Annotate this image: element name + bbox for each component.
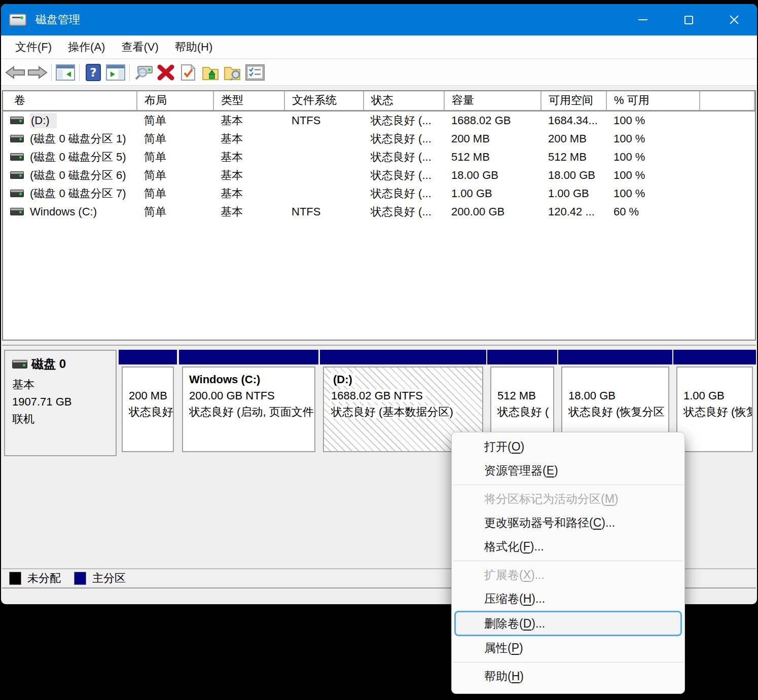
- menu-view[interactable]: 查看(V): [114, 35, 165, 58]
- partition-size: 18.00 GB: [568, 388, 668, 404]
- folder-search-button[interactable]: [222, 61, 244, 84]
- help-icon: ?: [86, 64, 101, 81]
- col-header-volume[interactable]: 卷: [3, 91, 137, 110]
- col-header-free[interactable]: 可用空间: [541, 91, 606, 110]
- show-action-pane-button[interactable]: [104, 61, 127, 84]
- cell-capacity: 1688.02 GB: [444, 110, 541, 130]
- minimize-icon: [638, 19, 647, 20]
- cell-type: 基本: [213, 166, 284, 185]
- cell-free: 1.00 GB: [541, 185, 606, 203]
- back-button[interactable]: [4, 61, 26, 84]
- close-button[interactable]: [711, 4, 757, 35]
- table-row-partition-7[interactable]: (磁盘 0 磁盘分区 7) 简单 基本 状态良好 (... 1.00 GB 1.…: [3, 185, 754, 203]
- console-tree-icon: [56, 64, 75, 81]
- col-header-type[interactable]: 类型: [213, 91, 284, 110]
- menu-bar: 文件(F) 操作(A) 查看(V) 帮助(H): [1, 35, 757, 59]
- menu-help[interactable]: 帮助(H): [168, 35, 220, 58]
- menu-item-properties[interactable]: 属性(P): [452, 636, 684, 660]
- partition-size: 200.00 GB NTFS: [189, 388, 314, 404]
- maximize-button[interactable]: [666, 4, 711, 35]
- cell-pct: 60 %: [606, 203, 700, 221]
- menu-item-open[interactable]: 打开(O): [452, 435, 684, 459]
- volume-icon: [10, 135, 24, 142]
- disk-name: 磁盘 0: [31, 356, 66, 372]
- cell-capacity: 18.00 GB: [444, 166, 541, 185]
- rescan-disks-icon: [133, 64, 154, 81]
- disk-management-app-icon: [9, 14, 26, 26]
- cell-pct: 100 %: [606, 148, 700, 166]
- folder-up-button[interactable]: [199, 61, 222, 84]
- disk-status: 联机: [12, 411, 116, 428]
- menu-item-shrink-volume[interactable]: 压缩卷(H)...: [452, 587, 684, 611]
- close-icon: [729, 15, 739, 25]
- partition-size: 1688.02 GB NTFS: [330, 388, 482, 404]
- minimize-button[interactable]: [620, 4, 666, 35]
- partition-status: 状态良好 (启动, 页面文件: [189, 404, 314, 420]
- cell-type: 基本: [213, 130, 284, 148]
- cell-layout: 简单: [137, 185, 213, 203]
- col-header-status[interactable]: 状态: [364, 91, 444, 110]
- partition-windows-c[interactable]: Windows (C:) 200.00 GB NTFS 状态良好 (启动, 页面…: [179, 350, 318, 454]
- col-header-layout[interactable]: 布局: [137, 91, 213, 110]
- cell-free: 120.42 ...: [541, 203, 606, 221]
- menu-item-format[interactable]: 格式化(F)...: [452, 535, 684, 559]
- disk-0-label-box[interactable]: 磁盘 0 基本 1907.71 GB 联机: [4, 350, 117, 456]
- partition-size: 1.00 GB: [683, 388, 752, 404]
- disk-size: 1907.71 GB: [12, 393, 116, 411]
- cell-status: 状态良好 (...: [364, 166, 444, 185]
- disk-icon: [12, 360, 27, 369]
- col-header-pct-free[interactable]: % 可用: [606, 91, 700, 110]
- properties-list-button[interactable]: [244, 61, 266, 84]
- rescan-disks-button[interactable]: [132, 61, 155, 84]
- partition-body: 1.00 GB 状态良好 (恢复分区: [676, 366, 753, 452]
- col-header-filesystem[interactable]: 文件系统: [284, 91, 364, 110]
- partition-status: 状态良好 (: [129, 404, 173, 420]
- cell-fs: NTFS: [284, 110, 364, 130]
- col-header-capacity[interactable]: 容量: [444, 91, 541, 110]
- legend-unallocated-label: 未分配: [27, 571, 61, 586]
- partition-200mb[interactable]: 200 MB 状态良好 (: [119, 350, 177, 454]
- volume-name: (磁盘 0 磁盘分区 6): [30, 168, 126, 183]
- volume-name: (磁盘 0 磁盘分区 5): [30, 150, 126, 165]
- table-row-volume-d[interactable]: (D:) 简单 基本 NTFS 状态良好 (... 1688.02 GB 168…: [3, 110, 754, 130]
- menu-file[interactable]: 文件(F): [8, 35, 59, 58]
- maximize-icon: [684, 16, 693, 24]
- menu-item-explorer[interactable]: 资源管理器(E): [452, 459, 684, 483]
- volumes-pane: 卷 布局 类型 文件系统 状态 容量 可用空间 % 可用 (D:) 简单 基本 …: [2, 90, 756, 341]
- menu-action[interactable]: 操作(A): [61, 35, 112, 58]
- menu-item-help[interactable]: 帮助(H): [452, 665, 684, 688]
- table-row-partition-5[interactable]: (磁盘 0 磁盘分区 5) 简单 基本 状态良好 (... 512 MB 512…: [3, 148, 754, 166]
- table-row-partition-1[interactable]: (磁盘 0 磁盘分区 1) 简单 基本 状态良好 (... 200 MB 200…: [3, 130, 754, 148]
- partition-1gb[interactable]: 1.00 GB 状态良好 (恢复分区: [673, 350, 756, 454]
- menu-separator: [453, 485, 683, 485]
- partition-body: Windows (C:) 200.00 GB NTFS 状态良好 (启动, 页面…: [182, 366, 315, 452]
- forward-arrow-icon: [27, 65, 48, 80]
- console-tree-button[interactable]: [54, 61, 77, 84]
- partition-status: 状态良好 (基本数据分区): [330, 404, 482, 420]
- forward-button[interactable]: [26, 61, 49, 84]
- cell-free: 18.00 GB: [541, 166, 606, 185]
- show-action-pane-icon: [106, 64, 125, 81]
- cell-pct: 100 %: [606, 185, 700, 203]
- check-document-icon: [181, 64, 196, 81]
- cell-status: 状态良好 (...: [364, 110, 444, 130]
- screen: 磁盘管理 文件(F) 操作(A) 查看(V) 帮助(H): [0, 0, 758, 700]
- cell-pct: 100 %: [606, 110, 700, 130]
- delete-volume-button[interactable]: [155, 61, 177, 84]
- cell-fs: [284, 166, 364, 185]
- cell-free: 512 MB: [541, 148, 606, 166]
- check-document-button[interactable]: [177, 61, 199, 84]
- table-row-windows-c[interactable]: Windows (C:) 简单 基本 NTFS 状态良好 (... 200.00…: [3, 203, 754, 221]
- menu-item-change-drive-letter[interactable]: 更改驱动器号和路径(C)...: [452, 511, 684, 535]
- volume-icon: [10, 171, 24, 179]
- menu-item-delete-volume[interactable]: 删除卷(D)...: [454, 611, 682, 636]
- help-button[interactable]: ?: [82, 61, 104, 84]
- cell-fs: NTFS: [284, 203, 364, 221]
- volume-name: (D:): [30, 113, 57, 128]
- partition-status: 状态良好 (恢复分区: [683, 404, 752, 420]
- table-row-partition-6[interactable]: (磁盘 0 磁盘分区 6) 简单 基本 状态良好 (... 18.00 GB 1…: [3, 166, 754, 185]
- toolbar-separator: [129, 64, 130, 81]
- cell-type: 基本: [213, 148, 284, 166]
- cell-layout: 简单: [137, 130, 213, 148]
- legend-unallocated-swatch: [9, 572, 21, 585]
